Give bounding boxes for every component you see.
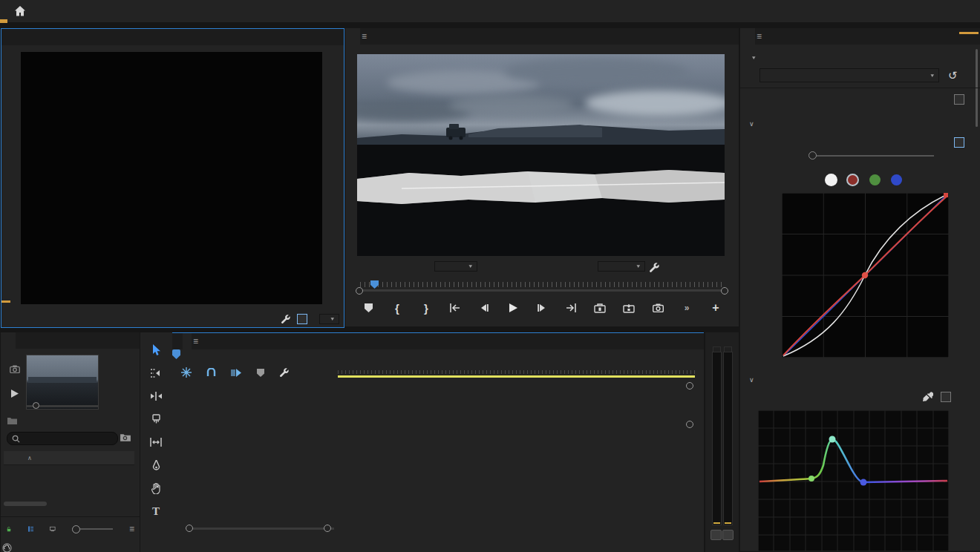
timeline-settings-wrench-icon[interactable] [279,367,290,378]
hue-vs-sat-curve-editor[interactable] [758,410,949,551]
program-scrubber[interactable] [356,280,728,292]
collapse-chevron-icon[interactable]: ∨ [749,120,754,128]
hue-vs-sat-checkbox[interactable] [941,392,951,402]
scrubber-track[interactable] [360,289,724,292]
reset-effect-icon[interactable]: ↺ [948,69,958,82]
export-frame-button[interactable] [651,301,664,315]
creative-cloud-icon[interactable] [2,543,12,552]
icon-view-icon[interactable] [50,525,56,533]
settings-wrench-icon[interactable] [649,262,660,273]
snap-icon[interactable] [206,368,216,378]
linked-selection-icon[interactable] [231,368,242,378]
rgb-curve-editor[interactable] [782,193,949,358]
camera-icon [10,365,20,373]
step-forward-button[interactable] [535,301,549,315]
chevron-down-icon: ▾ [930,73,934,79]
eyedropper-icon[interactable] [923,392,933,402]
horizontal-scrollbar[interactable] [4,502,47,506]
add-marker-button[interactable] [362,301,375,315]
mark-in-button[interactable]: { [391,301,404,315]
selection-tool[interactable] [148,343,163,358]
nest-sequence-icon[interactable] [181,367,192,378]
chevron-down-icon[interactable]: ▾ [752,55,756,61]
channel-green-button[interactable] [869,174,881,185]
add-marker-icon[interactable] [257,369,264,377]
track-height-scrollbar[interactable] [189,528,334,530]
step-back-button[interactable] [477,301,491,315]
curves-enabled-checkbox[interactable] [954,94,964,105]
lift-button[interactable] [593,301,607,315]
hand-tool[interactable] [148,481,163,496]
panel-menu-icon[interactable]: ≡ [362,31,367,42]
hue-point-blue[interactable] [860,479,867,486]
pen-tool[interactable] [148,458,163,473]
play-button[interactable] [506,301,520,315]
scroll-knob-right[interactable] [324,525,331,532]
razor-tool[interactable] [148,412,163,427]
channel-red-button[interactable] [846,174,859,186]
program-monitor-panel: ≡ ▾ ▾ [345,28,739,326]
go-to-out-button[interactable] [564,301,578,315]
chevron-down-icon: ▾ [468,263,472,269]
project-file-row[interactable] [7,416,24,425]
automate-to-sequence-icon[interactable]: ≡ [129,524,134,534]
hue-point-green[interactable] [808,476,814,482]
program-tab[interactable] [345,28,360,45]
home-icon[interactable] [13,4,27,18]
type-tool[interactable]: T [148,504,163,519]
program-video-frame[interactable] [357,54,725,256]
vscroll-knob-top[interactable] [686,382,693,390]
channel-blue-button[interactable] [891,174,902,185]
solo-left-button[interactable] [710,530,722,540]
hdr-range-knob[interactable] [808,151,817,160]
lumetri-color-tab[interactable] [740,28,755,45]
mark-out-button[interactable]: } [419,301,433,315]
hdr-range-slider[interactable] [811,155,934,157]
list-header[interactable]: ∧ [4,451,134,465]
panel-menu-icon[interactable]: ≡ [193,336,198,346]
zoom-slider[interactable] [72,525,113,533]
scrubber-playhead[interactable] [370,280,379,289]
scrubber-left-knob[interactable] [356,287,363,295]
playback-resolution-dropdown[interactable]: ▾ [598,261,645,272]
scroll-knob-left[interactable] [186,525,193,532]
timeline-ruler[interactable] [338,360,696,375]
add-button[interactable]: + [709,301,722,315]
playhead-handle[interactable] [172,349,180,359]
zoom-level-dropdown[interactable]: ▾ [434,261,477,272]
slip-tool[interactable] [148,435,163,450]
hue-point-cyan[interactable] [829,436,836,443]
ripple-edit-tool[interactable] [148,389,163,404]
project-preview-thumbnail[interactable] [26,355,99,410]
solo-right-button[interactable] [722,530,734,540]
track-select-forward-tool[interactable] [148,366,163,381]
preview-play-icon[interactable] [10,389,19,398]
search-bin-icon[interactable] [120,433,131,442]
bit-depth-dropdown[interactable]: ▾ [319,314,339,324]
project-tab[interactable] [1,332,16,349]
vscroll-knob-bottom[interactable] [686,421,693,428]
search-input[interactable] [7,432,118,445]
transport-overflow-icon[interactable]: » [680,301,693,315]
list-view-icon[interactable] [28,525,34,533]
panel-menu-icon[interactable]: ≡ [757,31,762,42]
rgb-curves-enabled-checkbox[interactable] [954,137,964,148]
project-writable-icon[interactable] [7,525,12,534]
lut-dropdown[interactable]: ▾ [760,68,939,82]
work-area-bar[interactable] [338,375,695,378]
go-to-in-button[interactable] [448,301,462,315]
extract-button[interactable] [622,301,636,315]
collapse-chevron-icon[interactable]: ∨ [749,376,754,384]
scopes-tab-bar [1,29,344,45]
scope-settings-wrench-icon[interactable] [281,314,291,324]
sequence-tab[interactable] [183,333,192,349]
timeline-panel: ≡ [172,332,704,552]
channel-white-button[interactable] [825,174,837,186]
audio-meters-panel [705,332,739,552]
project-panel: ∧ ≡ [1,332,140,552]
transport-controls: { } » + [345,297,739,319]
scrubber-right-knob[interactable] [721,287,728,295]
waveform-scope[interactable] [21,52,322,304]
clamp-signal-checkbox[interactable] [297,314,307,324]
red-curve-control-point[interactable] [862,272,868,278]
